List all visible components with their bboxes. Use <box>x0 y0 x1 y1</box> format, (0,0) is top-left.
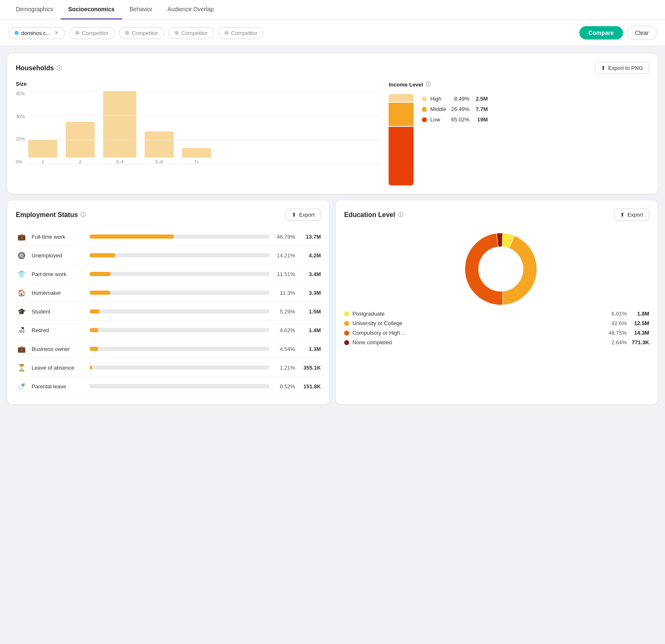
bar-label-3-4: 3–4 <box>116 159 123 164</box>
emp-bar-fill-homemaker <box>90 291 110 295</box>
tab-demographics[interactable]: Demographics <box>8 0 61 20</box>
education-inner: Postgraduate 6.01% 1.8M University or Co… <box>344 227 649 347</box>
emp-bar-fill-fulltime <box>90 234 174 239</box>
emp-icon-retired: 🏖 <box>16 324 27 336</box>
edu-val-compulsory: 14.3M <box>630 330 649 336</box>
edu-val-university: 12.5M <box>630 320 649 326</box>
compare-button[interactable]: Compare <box>579 26 623 39</box>
legend-pct-high: 8.49% <box>450 96 470 102</box>
emp-label-leave: Leave of absence <box>32 365 86 371</box>
chip-label: Competitor <box>82 30 108 36</box>
info-icon: ⓘ <box>57 64 62 72</box>
bar-label-1: 1 <box>42 159 44 164</box>
legend-item-high: High 8.49% 2.5M <box>422 96 488 102</box>
employment-export-button[interactable]: ⬆ Export <box>286 209 321 221</box>
emp-bar-bg-leave <box>90 365 269 370</box>
emp-row-student: 🎓 Student 5.29% 1.5M <box>16 302 321 321</box>
legend-item-middle: Middle 26.49% 7.7M <box>422 106 488 112</box>
emp-pct-parttime: 11.51% <box>273 271 295 277</box>
emp-pct-retired: 4.62% <box>273 327 295 333</box>
bar-1 <box>28 140 57 158</box>
education-export-button[interactable]: ⬆ Export <box>614 209 649 221</box>
edu-label-postgrad: Postgraduate <box>352 311 604 317</box>
competitor-chip-1[interactable]: Competitor <box>69 27 115 39</box>
legend-pct-middle: 26.49% <box>450 106 470 112</box>
households-header: Households ⓘ ⬆ Export to PNG <box>16 62 649 74</box>
emp-icon-student: 🎓 <box>16 306 27 317</box>
competitor-chip-4[interactable]: Competitor <box>218 27 264 39</box>
tab-behavior[interactable]: Behavior <box>122 0 160 20</box>
emp-bar-fill-parttime <box>90 272 111 276</box>
edu-dot-postgrad <box>344 311 349 316</box>
emp-count-homemaker: 3.3M <box>299 290 321 296</box>
chip-dot <box>125 31 129 35</box>
upload-icon: ⬆ <box>292 212 296 218</box>
legend-label-middle: Middle <box>430 106 446 112</box>
donut-chart <box>459 227 534 302</box>
emp-row-homemaker: 🏠 Homemaker 11.3% 3.3M <box>16 284 321 302</box>
bar-chart-container: 0% 15% 30% 45% <box>16 91 380 174</box>
edu-pct-postgrad: 6.01% <box>608 311 627 317</box>
edu-val-none: 771.3K <box>630 339 649 345</box>
employment-card: Employment Status ⓘ ⬆ Export 💼 Full-time… <box>7 200 329 404</box>
bar-7plus <box>182 148 211 158</box>
emp-row-business: 💼 Business owner 4.54% 1.3M <box>16 340 321 358</box>
bar-label-5-6: 5–6 <box>155 159 163 164</box>
bar-2 <box>66 122 95 158</box>
legend-val-low: 19M <box>473 116 488 123</box>
employment-rows: 💼 Full-time work 46.79% 13.7M 🔘 Unemploy… <box>16 227 321 396</box>
main-content: Households ⓘ ⬆ Export to PNG Size 0% 15% <box>0 46 665 412</box>
employment-info-icon: ⓘ <box>80 211 86 219</box>
education-header: Education Level ⓘ ⬆ Export <box>344 209 649 221</box>
legend-val-high: 2.5M <box>473 96 488 102</box>
bar-label-7plus: 7+ <box>194 159 200 164</box>
edu-pct-university: 42.6% <box>608 320 627 326</box>
employment-title: Employment Status ⓘ <box>16 211 86 219</box>
competitor-chip-2[interactable]: Competitor <box>119 27 165 39</box>
emp-icon-parttime: 👕 <box>16 268 27 280</box>
emp-bar-bg-unemployed <box>90 253 269 257</box>
emp-pct-fulltime: 46.79% <box>273 234 295 240</box>
emp-pct-business: 4.54% <box>273 346 295 352</box>
legend-val-middle: 7.7M <box>473 106 488 112</box>
chip-dot <box>175 31 179 35</box>
households-inner: Size 0% 15% 30% 45% <box>16 81 649 185</box>
emp-count-retired: 1.4M <box>299 327 321 333</box>
education-title: Education Level ⓘ <box>344 211 403 219</box>
active-filter-chip[interactable]: dominos.c... ✕ <box>8 27 65 39</box>
bars-container: 1 2 3–4 <box>28 91 380 174</box>
y-label-45: 45% <box>16 91 25 96</box>
export-png-label: Export to PNG <box>608 65 643 71</box>
upload-icon: ⬆ <box>620 212 625 218</box>
households-card: Households ⓘ ⬆ Export to PNG Size 0% 15% <box>7 54 658 194</box>
legend-pct-low: 65.02% <box>450 116 470 123</box>
clear-button[interactable]: Clear <box>627 26 657 40</box>
emp-label-retired: Retired <box>32 327 86 333</box>
chip-label: dominos.c... <box>21 30 50 36</box>
emp-label-homemaker: Homemaker <box>32 290 86 296</box>
income-bar-middle <box>389 102 414 126</box>
bar-group-5-6: 5–6 <box>145 131 174 164</box>
legend-label-high: High <box>430 96 446 102</box>
emp-pct-leave: 1.21% <box>273 365 295 371</box>
emp-bar-bg-fulltime <box>90 234 269 239</box>
emp-bar-bg-parttime <box>90 272 269 276</box>
emp-row-parental: 🍼 Parental leave 0.52% 151.8K <box>16 377 321 396</box>
income-bar-high <box>389 94 414 102</box>
tab-audience-overlap[interactable]: Audience Overlap <box>160 0 221 20</box>
emp-bar-bg-parental <box>90 384 269 388</box>
emp-icon-homemaker: 🏠 <box>16 287 27 299</box>
close-icon[interactable]: ✕ <box>54 30 59 36</box>
y-label-30: 30% <box>16 114 25 119</box>
tab-socioeconomics[interactable]: Socioeconomics <box>61 0 122 20</box>
legend-dot-low <box>422 117 427 122</box>
emp-icon-parental: 🍼 <box>16 380 27 392</box>
chip-dot <box>224 31 229 35</box>
competitor-chip-3[interactable]: Competitor <box>168 27 214 39</box>
export-png-button[interactable]: ⬆ Export to PNG <box>595 62 649 74</box>
edu-legend-none: None completed 2.64% 771.3K <box>344 338 649 347</box>
emp-bar-fill-unemployed <box>90 253 115 257</box>
income-title: Income Level ⓘ <box>389 81 649 88</box>
emp-label-fulltime: Full-time work <box>32 234 86 240</box>
donut-svg <box>459 227 542 311</box>
